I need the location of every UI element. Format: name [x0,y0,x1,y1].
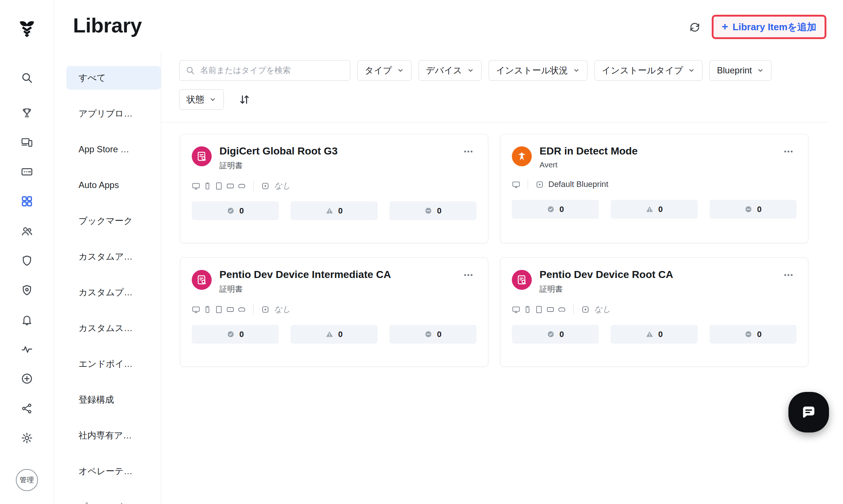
library-items-grid: DigiCert Global Root G3 証明書 なし 0 0 0 EDR… [180,134,808,367]
library-grid-icon[interactable] [18,193,35,210]
passcode-icon[interactable] [18,163,35,180]
chevron-down-icon [688,67,695,74]
ellipsis-menu-icon[interactable] [460,145,476,158]
card-title: Pentio Dev Device Intermediate CA [219,269,391,281]
filter-type-dropdown[interactable]: タイプ [357,60,412,81]
ellipsis-menu-icon[interactable] [460,269,476,281]
nav-item-app-blocking[interactable]: アプリブロ… [66,102,161,125]
nav-item-auto-apps[interactable]: Auto Apps [66,173,161,197]
search-icon[interactable] [18,69,35,86]
nav-item-operating[interactable]: オペレーテ… [66,459,161,483]
nav-item-all[interactable]: すべて [66,66,161,90]
page-title: Library [73,13,142,37]
blueprint-label: なし [274,304,291,315]
ipad-icon [535,305,543,314]
refresh-icon[interactable] [687,19,703,35]
shield-icon[interactable] [18,252,35,269]
card-subtitle: 証明書 [219,284,391,294]
mac-icon [512,180,520,189]
filter-install-status-label: インストール状況 [496,65,568,76]
mac-icon [192,182,200,190]
admin-badge[interactable]: 管理 [16,469,38,491]
library-item-card[interactable]: Pentio Dev Device Intermediate CA 証明書 なし… [180,257,488,367]
certificate-icon [192,270,212,290]
status-blocked-chip: 0 [710,325,797,344]
status-blocked-chip: 0 [389,325,476,344]
blueprint-label: なし [274,180,291,191]
chat-bubble-button[interactable] [788,392,829,432]
warning-count: 0 [658,205,663,214]
blocked-circle-icon [424,330,432,338]
chevron-down-icon [209,96,216,103]
vision-icon [237,182,246,190]
filter-blueprint-dropdown[interactable]: Blueprint [710,60,771,81]
filters-content-divider [161,122,829,122]
nav-item-custom-profiles[interactable]: カスタムプ… [66,281,161,304]
filter-device-dropdown[interactable]: デバイス [419,60,482,81]
nav-item-bookmarks[interactable]: ブックマーク [66,209,161,233]
users-icon[interactable] [18,223,35,240]
library-item-card[interactable]: EDR in Detect Mode Avert Default Bluepri… [500,134,808,243]
ellipsis-menu-icon[interactable] [780,145,797,158]
mac-icon [192,305,200,314]
shield-gear-icon[interactable] [18,282,35,299]
blueprint-icon [261,182,270,190]
status-warning-chip: 0 [291,325,378,344]
certificate-icon [192,146,212,166]
plus-icon: + [722,21,728,32]
nav-item-enrollment-config[interactable]: 登録構成 [66,388,161,411]
meta-divider [253,181,254,191]
warning-triangle-icon [326,207,333,215]
chevron-down-icon [467,67,474,74]
ipad-icon [215,305,223,314]
settings-gear-icon[interactable] [18,430,35,446]
vision-icon [237,305,246,314]
blocked-circle-icon [424,207,432,215]
status-ok-chip: 0 [512,325,599,344]
search-input[interactable] [179,60,350,81]
library-category-nav: すべて アプリブロ… App Store … Auto Apps ブックマーク … [66,66,161,504]
card-subtitle: 証明書 [219,160,337,171]
kandji-bee-logo[interactable] [15,18,38,41]
warning-triangle-icon [646,205,653,213]
blueprint-icon [261,305,270,314]
nav-content-divider [161,52,161,504]
library-search [179,60,350,81]
status-warning-chip: 0 [611,200,698,219]
nav-item-app-store[interactable]: App Store … [66,138,161,161]
iphone-icon [203,182,212,190]
bell-icon[interactable] [18,311,35,328]
blueprint-icon [535,180,544,189]
blueprint-label: なし [594,304,611,315]
meta-divider [253,304,254,314]
filter-state-dropdown[interactable]: 状態 [179,89,224,110]
ok-count: 0 [239,330,244,339]
nav-item-custom-apps[interactable]: カスタムア… [66,245,161,268]
nav-item-in-house-apps[interactable]: 社内専有ア… [66,424,161,447]
filter-install-status-dropdown[interactable]: インストール状況 [489,60,587,81]
nav-item-custom-scripts[interactable]: カスタムス… [66,316,161,340]
iphone-icon [523,305,532,314]
ellipsis-menu-icon[interactable] [780,269,797,281]
chevron-down-icon [757,67,764,74]
status-ok-chip: 0 [192,325,279,344]
integrations-nodes-icon[interactable] [18,400,35,417]
library-item-card[interactable]: DigiCert Global Root G3 証明書 なし 0 0 0 [180,134,488,243]
library-item-card[interactable]: Pentio Dev Device Root CA 証明書 なし 0 0 0 [500,257,808,367]
filter-install-type-label: インストールタイプ [602,65,683,76]
card-subtitle: 証明書 [540,284,673,294]
appletv-icon [226,305,235,314]
add-library-item-button[interactable]: + Library Itemを追加 [712,15,826,39]
nav-item-profiles[interactable]: プロファイル [66,495,161,504]
blueprint-label: Default Blueprint [548,180,608,189]
nav-item-endpoint[interactable]: エンドポイ… [66,352,161,376]
vision-icon [558,305,566,314]
devices-icon[interactable] [18,134,35,151]
sort-icon[interactable] [236,91,253,108]
add-circle-icon[interactable] [18,370,35,387]
achievements-icon[interactable] [18,104,35,121]
filter-install-type-dropdown[interactable]: インストールタイプ [594,60,703,81]
activity-pulse-icon[interactable] [18,341,35,358]
ok-count: 0 [559,205,564,214]
status-blocked-chip: 0 [710,200,797,219]
